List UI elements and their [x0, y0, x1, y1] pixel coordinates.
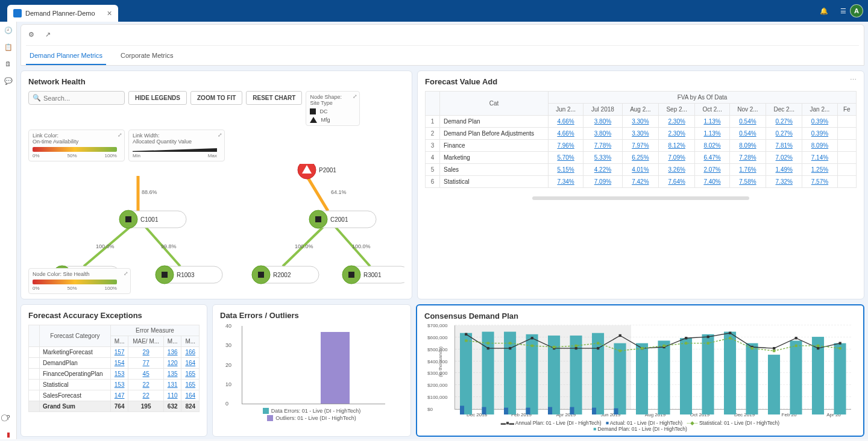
svg-rect-17 [125, 216, 131, 222]
table-row[interactable]: 1Demand Plan4.66%3.80%3.30%2.30%1.13%0.5… [426, 116, 857, 128]
svg-rect-33 [258, 272, 264, 278]
legend-swatch [263, 408, 269, 414]
node-r3001[interactable]: R3001 [342, 266, 404, 284]
table-row[interactable]: 6Statistical7.34%7.09%7.42%7.64%7.40%7.5… [426, 176, 857, 188]
page-toolbar: ⚙ ↗ Demand Planner Metrics Corporate Met… [20, 24, 864, 66]
node-shape-legend: ⤢ Node Shape: Site Type DC Mfg [306, 91, 360, 126]
table-row[interactable]: SalesForecast14722110164 [29, 390, 200, 401]
fva-table[interactable]: Cat FVA by As Of Data Jun 2...Jul 2018Au… [425, 91, 857, 188]
table-row[interactable]: DemandPlan15477120164 [29, 358, 200, 369]
tab-title: Demand Planner-Demo [25, 10, 95, 17]
svg-rect-70 [575, 347, 577, 349]
svg-rect-77 [729, 332, 731, 334]
svg-text:100.0%: 100.0% [96, 243, 115, 249]
table-row[interactable]: 4Marketing5.70%5.33%6.25%7.09%6.47%7.28%… [426, 152, 857, 164]
chat-icon[interactable]: 💬 [4, 76, 13, 86]
table-row[interactable]: 5Sales5.15%4.22%4.01%3.26%2.07%1.76%1.49… [426, 164, 857, 176]
node-r2002[interactable]: R2002 [252, 266, 319, 284]
svg-rect-37 [348, 272, 354, 278]
col-header[interactable]: Jun 2... [549, 104, 583, 116]
search-input[interactable] [43, 95, 121, 102]
fva-panel: ⋯ Forecast Value Add Cat FVA by As Of Da… [417, 70, 864, 299]
node-p2001[interactable]: P2001 [298, 164, 336, 179]
col-header[interactable]: Aug 2... [622, 104, 658, 116]
help-icon[interactable]: ⃝? [4, 413, 13, 422]
svg-rect-49 [680, 338, 692, 414]
col-header[interactable]: Fe [837, 104, 856, 116]
more-icon[interactable]: ⋯ [850, 76, 858, 84]
workspace-icon[interactable]: ☰ [837, 4, 850, 17]
svg-text:C2001: C2001 [330, 216, 348, 223]
reset-chart-button[interactable]: RESET CHART [246, 91, 302, 105]
svg-rect-91 [641, 347, 643, 349]
search-icon: 🔍 [33, 94, 41, 102]
svg-text:R2002: R2002 [273, 272, 291, 278]
svg-rect-92 [663, 345, 665, 347]
svg-rect-63 [592, 408, 596, 415]
triangle-shape-icon [310, 117, 317, 123]
search-input-wrap[interactable]: 🔍 [28, 91, 125, 105]
table-row[interactable]: 3Finance7.96%7.78%7.97%8.12%8.02%8.09%7.… [426, 140, 857, 152]
horizontal-scrollbar[interactable] [532, 196, 749, 200]
svg-text:64.1%: 64.1% [331, 189, 347, 195]
col-header[interactable]: Nov 2... [729, 104, 766, 116]
col-header[interactable]: Dec 2... [766, 104, 802, 116]
tab-corporate-metrics[interactable]: Corporate Metrics [117, 47, 177, 65]
table-row[interactable]: Statistical15322131165 [29, 380, 200, 390]
svg-rect-67 [509, 347, 511, 349]
hide-legends-button[interactable]: HIDE LEGENDS [128, 91, 187, 105]
square-shape-icon [310, 108, 316, 114]
expand-icon[interactable]: ⤢ [353, 93, 357, 99]
node-c1001[interactable]: C1001 [119, 210, 186, 228]
svg-rect-95 [729, 337, 731, 339]
svg-rect-82 [839, 342, 841, 345]
node-c2001[interactable]: C2001 [309, 210, 376, 228]
filter-icon[interactable]: ⚙ [28, 31, 39, 42]
fae-panel: Forecast Accuracy Exceptions Forecast Ca… [20, 304, 207, 437]
svg-rect-99 [817, 345, 819, 347]
svg-rect-86 [531, 345, 533, 347]
panel-title: Data Errors / Outliers [220, 311, 403, 320]
close-icon[interactable]: × [107, 8, 112, 18]
svg-rect-97 [773, 349, 775, 352]
panel-title: Network Health [28, 77, 404, 86]
expand-icon[interactable]: ⤢ [124, 271, 128, 277]
zoom-to-fit-button[interactable]: ZOOM TO FIT [190, 91, 242, 105]
svg-rect-21 [315, 216, 321, 222]
cdp-chart[interactable]: (in thousands) $0$100,000$200,000$300,00… [454, 325, 851, 410]
col-header[interactable]: Jan 2... [802, 104, 837, 116]
svg-text:99.8%: 99.8% [161, 243, 177, 249]
panel-title: Consensus Demand Plan [424, 311, 856, 321]
svg-rect-89 [597, 342, 599, 345]
svg-rect-75 [685, 337, 687, 339]
workspace-tab[interactable]: Demand Planner-Demo × [7, 5, 118, 22]
svg-rect-47 [636, 343, 648, 415]
clock-icon[interactable]: 🕘 [4, 25, 13, 35]
cdp-legend: ▬■▬ Annual Plan: 01 - Live (DI - HighTec… [424, 420, 856, 432]
col-header[interactable]: Jul 2018 [583, 104, 623, 116]
col-header[interactable]: Oct 2... [695, 104, 729, 116]
expand-icon[interactable]: ⤢ [218, 132, 222, 138]
table-row[interactable]: FinanceOperatingPlan15345135165 [29, 369, 200, 380]
deo-chart[interactable]: 010203040 [242, 326, 385, 404]
expand-icon[interactable]: ⤢ [118, 132, 122, 138]
panel-title: Forecast Accuracy Exceptions [28, 311, 200, 320]
svg-text:R3001: R3001 [363, 272, 382, 278]
fae-table[interactable]: Forecast CategoryError Measure M...MAE/ … [28, 325, 200, 412]
calendar-icon[interactable]: 🗓 [4, 59, 13, 69]
alert-icon[interactable]: ▮ [4, 430, 13, 439]
col-header[interactable]: Sep 2... [659, 104, 695, 116]
svg-text:R1003: R1003 [177, 272, 195, 278]
app-header: Demand Planner-Demo × 🔔 ☰ A [0, 0, 868, 22]
bell-icon[interactable]: 🔔 [817, 4, 831, 17]
svg-rect-58 [482, 407, 486, 415]
node-r1003[interactable]: R1003 [156, 266, 222, 284]
svg-rect-84 [487, 342, 489, 345]
avatar[interactable]: A [850, 4, 863, 17]
table-row[interactable]: MarketingForecast15729136166 [29, 347, 200, 358]
clipboard-icon[interactable]: 📋 [4, 42, 13, 52]
tab-demand-planner-metrics[interactable]: Demand Planner Metrics [26, 47, 106, 65]
table-row[interactable]: 2Demand Plan Before Adjustments4.66%3.80… [426, 128, 857, 140]
col-cat[interactable]: Cat [440, 92, 549, 116]
share-icon[interactable]: ↗ [45, 31, 56, 42]
